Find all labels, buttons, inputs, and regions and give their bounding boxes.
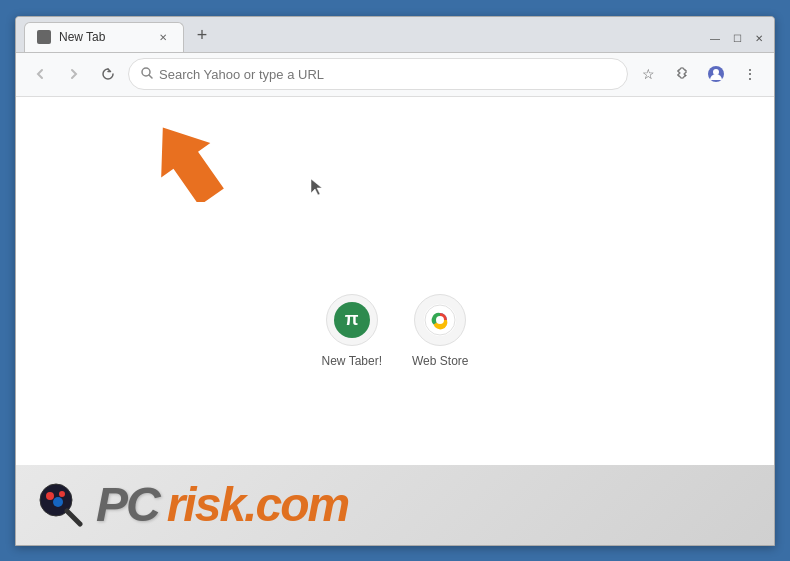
new-tab-button[interactable]: + (188, 22, 216, 50)
browser-content: π New Taber! (16, 97, 774, 545)
extensions-icon[interactable] (668, 60, 696, 88)
address-bar[interactable] (128, 58, 628, 90)
svg-point-8 (436, 316, 444, 324)
search-icon (141, 67, 153, 82)
back-button[interactable] (26, 60, 54, 88)
window-controls: — ☐ ✕ (708, 32, 766, 46)
shortcuts-area: π New Taber! (322, 294, 469, 368)
tab-close-button[interactable]: ✕ (155, 29, 171, 45)
svg-point-13 (59, 491, 65, 497)
svg-marker-4 (146, 117, 236, 202)
bookmark-icon[interactable]: ☆ (634, 60, 662, 88)
nav-right-icons: ☆ ⋮ (634, 60, 764, 88)
url-input[interactable] (159, 67, 615, 82)
refresh-button[interactable] (94, 60, 122, 88)
svg-point-12 (53, 497, 63, 507)
webstore-shortcut-icon[interactable] (414, 294, 466, 346)
magnifier-logo-icon (36, 480, 86, 530)
forward-button[interactable] (60, 60, 88, 88)
shortcut-webstore[interactable]: Web Store (412, 294, 468, 368)
risk-text: risk.com (167, 477, 348, 532)
nav-bar: ☆ ⋮ (16, 53, 774, 97)
title-bar: New Tab ✕ + — ☐ ✕ (16, 17, 774, 53)
profile-icon[interactable] (702, 60, 730, 88)
close-button[interactable]: ✕ (752, 32, 766, 46)
pcrisk-logo: PCrisk.com (96, 477, 348, 532)
svg-point-11 (46, 492, 54, 500)
newtaber-logo: π (334, 302, 370, 338)
tab-title: New Tab (59, 30, 147, 44)
tab-favicon-icon (37, 30, 51, 44)
shortcut-newtaber[interactable]: π New Taber! (322, 294, 382, 368)
pc-text: PC (96, 477, 159, 532)
svg-line-1 (149, 75, 152, 78)
svg-line-10 (67, 511, 80, 524)
browser-tab[interactable]: New Tab ✕ (24, 22, 184, 52)
maximize-button[interactable]: ☐ (730, 32, 744, 46)
menu-icon[interactable]: ⋮ (736, 60, 764, 88)
cursor-pointer (311, 179, 325, 199)
pcrisk-watermark: PCrisk.com (16, 465, 774, 545)
new-tab-page: π New Taber! (16, 97, 774, 545)
newtaber-label: New Taber! (322, 354, 382, 368)
minimize-button[interactable]: — (708, 32, 722, 46)
newtaber-shortcut-icon[interactable]: π (326, 294, 378, 346)
browser-window: New Tab ✕ + — ☐ ✕ (15, 16, 775, 546)
webstore-label: Web Store (412, 354, 468, 368)
